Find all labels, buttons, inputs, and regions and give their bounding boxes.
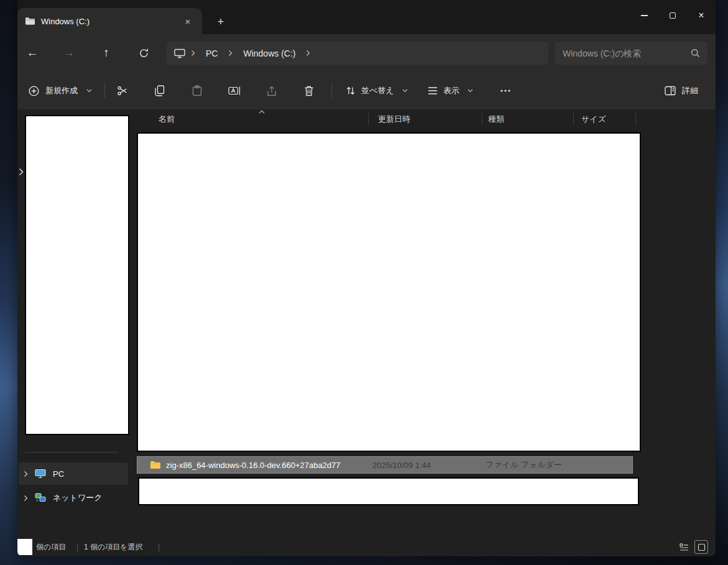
share-icon [266,86,277,96]
file-name: zig-x86_64-windows-0.16.0-dev.660+27aba2… [166,461,341,470]
plus-circle-icon [29,86,39,96]
sort-ascending-icon [259,110,265,114]
column-header-type[interactable]: 種類 [488,114,504,125]
chevron-down-icon [468,89,473,93]
trash-icon [304,85,314,96]
share-button[interactable] [259,80,284,102]
details-pane-icon [665,86,676,96]
explorer-tab[interactable]: Windows (C:) × [17,8,202,34]
sidebar-blank-panel [25,115,129,435]
chevron-right-icon [227,50,234,57]
search-icon[interactable] [691,48,707,58]
more-options-button[interactable] [493,80,518,102]
chevron-right-icon [190,50,196,57]
refresh-icon [139,48,149,58]
file-type: ファイル フォルダー [486,459,562,471]
chevron-right-icon[interactable] [19,168,24,176]
item-count-blank-box [17,539,32,555]
this-pc-icon [174,48,185,58]
chevron-down-icon [86,89,92,93]
breadcrumb-item-windows-c[interactable]: Windows (C:) [238,47,300,60]
sort-button[interactable]: 並べ替え [339,80,414,102]
sidebar-item-label: ネットワーク [53,492,103,503]
sidebar-item-label: PC [53,469,64,479]
file-row-selected[interactable]: zig-x86_64-windows-0.16.0-dev.660+27aba2… [137,456,633,474]
up-button[interactable]: ↑ [94,41,119,65]
tab-close-button[interactable]: × [180,13,196,29]
column-header-row: 名前 更新日時 種類 サイズ [137,109,716,128]
column-separator[interactable] [368,113,369,125]
delete-button[interactable] [297,80,321,102]
column-separator[interactable] [573,113,574,125]
folder-tab-icon [25,17,35,25]
search-input[interactable] [555,48,691,58]
refresh-button[interactable] [131,41,156,65]
minimize-icon [641,15,648,16]
sort-icon [346,86,356,96]
view-list-icon [428,86,438,95]
status-bar: 個の項目 | 1 個の項目を選択 | [17,538,716,556]
back-button[interactable]: ← [20,41,45,65]
toolbar-divider [104,83,105,98]
ellipsis-icon [500,90,510,92]
cut-button[interactable] [110,80,135,102]
details-pane-button[interactable]: 詳細 [658,80,706,102]
paste-icon [192,85,202,96]
minimize-button[interactable] [630,0,658,31]
large-icons-view-icon [698,543,706,551]
details-pane-label: 詳細 [681,85,699,96]
close-icon: × [698,11,704,21]
sidebar-item-pc[interactable]: PC [19,462,128,485]
status-separator: | [158,538,160,556]
inline-rename-box[interactable] [138,477,639,505]
maximize-button[interactable] [658,0,687,31]
navigation-bar: ← → ↑ PC Windows (C:) [17,34,716,72]
breadcrumb-item-pc[interactable]: PC [201,47,223,60]
column-header-name[interactable]: 名前 [159,114,175,125]
new-button[interactable]: 新規作成 [22,80,98,102]
column-separator[interactable] [482,113,482,125]
new-button-label: 新規作成 [44,85,79,96]
pc-icon [35,469,46,479]
column-separator[interactable] [635,113,636,125]
chevron-right-icon[interactable] [24,495,28,502]
file-list-blank-area [137,132,641,452]
window-controls: × [630,0,716,34]
large-icons-view-toggle[interactable] [694,540,708,554]
rename-button[interactable] [222,80,247,102]
command-toolbar: 新規作成 並べ替え 表示 [17,72,716,109]
new-tab-button[interactable]: + [211,12,231,31]
toolbar-divider [331,83,332,98]
sidebar-divider [25,452,118,452]
column-header-size[interactable]: サイズ [581,114,606,125]
close-button[interactable]: × [687,0,716,31]
rename-icon [228,86,241,96]
sidebar-item-network[interactable]: ネットワーク [19,487,128,509]
explorer-window: Windows (C:) × + × ← → ↑ PC W [17,0,716,556]
folder-icon [150,461,161,469]
file-date-modified: 2025/10/09 1:44 [372,461,431,470]
sort-button-label: 並べ替え [360,85,395,96]
item-count-label: 個の項目 [36,538,66,556]
maximize-icon [670,12,676,19]
chevron-right-icon [305,50,311,57]
copy-button[interactable] [147,80,172,102]
network-icon [35,493,46,503]
breadcrumb[interactable]: PC Windows (C:) [167,42,548,65]
title-bar: Windows (C:) × + × [17,0,716,34]
view-button-label: 表示 [442,85,461,96]
forward-button[interactable]: → [57,41,81,65]
chevron-right-icon[interactable] [24,471,28,477]
chevron-down-icon [402,89,408,93]
paste-button[interactable] [185,80,210,102]
selection-count-label: 1 個の項目を選択 [84,538,143,556]
scissors-icon [117,85,128,96]
tab-title: Windows (C:) [41,17,174,26]
details-view-icon [680,543,689,551]
copy-icon [155,85,165,96]
search-box [555,42,707,65]
view-button[interactable]: 表示 [422,80,479,102]
column-header-date[interactable]: 更新日時 [378,114,410,125]
status-separator: | [76,538,78,556]
details-view-toggle[interactable] [677,540,691,554]
